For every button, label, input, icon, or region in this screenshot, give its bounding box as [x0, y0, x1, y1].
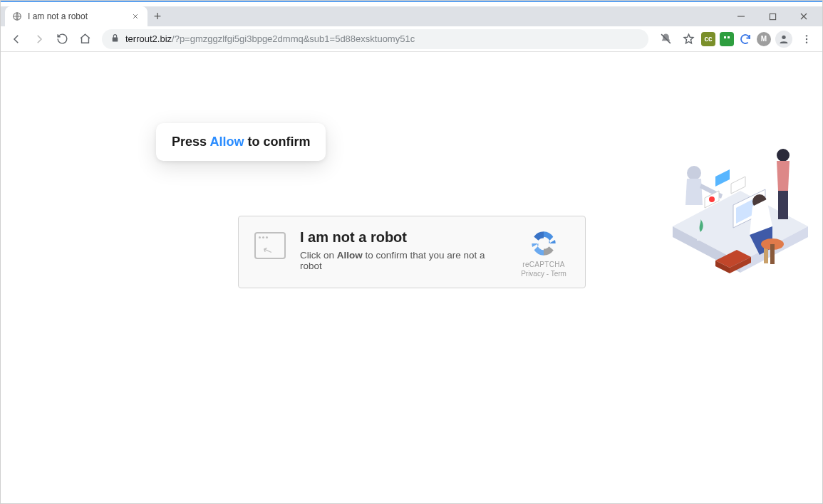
svg-rect-3 — [724, 36, 726, 38]
browser-toolbar: terrout2.biz/?p=gmzggzlfgi5gi3bpge2dmmq&… — [1, 26, 822, 52]
extension-icon[interactable]: cc — [701, 32, 715, 46]
notifications-muted-icon[interactable] — [656, 29, 676, 49]
new-tab-button[interactable]: + — [147, 6, 167, 26]
close-icon[interactable] — [130, 11, 140, 21]
svg-point-6 — [806, 35, 807, 36]
svg-rect-1 — [770, 14, 775, 19]
url-domain: terrout2.biz — [125, 33, 172, 44]
page-content: Press Allow to confirm ↖ I am not a robo… — [1, 52, 822, 503]
svg-marker-27 — [731, 177, 745, 194]
back-button[interactable] — [6, 29, 26, 49]
recaptcha-links: Privacy - Term — [518, 270, 569, 278]
svg-rect-2 — [723, 35, 731, 43]
bubble-text-suffix: to confirm — [244, 135, 310, 149]
bookmark-star-icon[interactable] — [678, 29, 698, 49]
svg-marker-21 — [777, 161, 790, 191]
svg-point-5 — [782, 35, 785, 38]
globe-icon — [12, 11, 22, 21]
recaptcha-icon — [529, 229, 558, 258]
maximize-button[interactable] — [757, 6, 788, 26]
svg-point-7 — [806, 38, 807, 39]
svg-point-20 — [777, 149, 790, 162]
minimize-button[interactable] — [725, 6, 757, 26]
bubble-allow-word: Allow — [209, 135, 244, 149]
svg-rect-17 — [764, 248, 768, 263]
browser-tab[interactable]: I am not a robot — [5, 6, 147, 26]
svg-rect-4 — [728, 36, 730, 38]
url-path: /?p=gmzggzlfgi5gi3bpge2dmmq&sub1=5d88exs… — [172, 33, 415, 44]
extension-icon[interactable] — [738, 32, 752, 46]
svg-rect-30 — [697, 232, 704, 241]
svg-marker-26 — [715, 169, 730, 187]
privacy-link[interactable]: Privacy — [521, 270, 544, 278]
extension-icon[interactable] — [720, 32, 734, 46]
captcha-title: I am not a robot — [300, 229, 504, 246]
svg-point-29 — [709, 196, 715, 202]
terms-link[interactable]: Term — [551, 270, 566, 278]
address-bar[interactable]: terrout2.biz/?p=gmzggzlfgi5gi3bpge2dmmq&… — [102, 29, 648, 49]
extension-icon[interactable]: M — [757, 32, 771, 46]
tab-strip: I am not a robot + — [1, 6, 822, 26]
isometric-illustration — [666, 105, 815, 276]
home-button[interactable] — [75, 29, 95, 49]
kebab-menu-icon[interactable] — [797, 29, 817, 49]
press-allow-bubble: Press Allow to confirm — [156, 123, 326, 161]
bubble-text-prefix: Press — [172, 135, 209, 149]
svg-marker-22 — [778, 191, 788, 219]
lock-icon — [110, 33, 120, 45]
window-icon: ↖ — [254, 232, 286, 259]
svg-point-8 — [806, 41, 807, 43]
svg-point-23 — [687, 166, 701, 180]
reload-button[interactable] — [52, 29, 72, 49]
svg-marker-24 — [685, 179, 703, 205]
recaptcha-label: reCAPTCHA — [518, 261, 569, 268]
tab-title: I am not a robot — [28, 11, 88, 21]
forward-button[interactable] — [29, 29, 49, 49]
url-text: terrout2.biz/?p=gmzggzlfgi5gi3bpge2dmmq&… — [125, 33, 415, 44]
recaptcha-badge: reCAPTCHA Privacy - Term — [518, 229, 569, 278]
close-window-button[interactable] — [788, 6, 819, 26]
svg-rect-19 — [770, 244, 775, 264]
captcha-card: ↖ I am not a robot Click on Allow to con… — [238, 216, 586, 288]
captcha-subtext: Click on Allow to confirm that you are n… — [300, 250, 504, 271]
profile-button[interactable] — [774, 29, 794, 49]
